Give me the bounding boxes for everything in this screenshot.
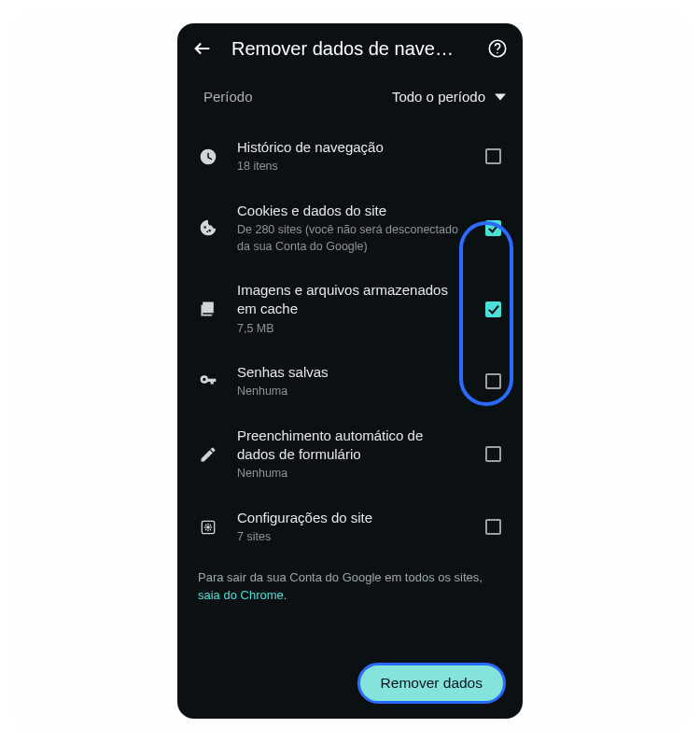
options-list: Histórico de navegação 18 itens Cookies …	[177, 116, 523, 559]
row-cookies[interactable]: Cookies e dados do site De 280 sites (vo…	[194, 189, 506, 268]
footer-link[interactable]: saia do Chrome.	[198, 588, 287, 602]
row-autofill[interactable]: Preenchimento automático de dados de for…	[194, 413, 506, 496]
chevron-down-icon	[495, 91, 506, 103]
checkbox-checked	[485, 220, 501, 236]
card: Remover dados de nave… Período Todo o pe…	[9, 9, 691, 733]
row-title: Preenchimento automático de dados de for…	[237, 427, 465, 465]
row-text: Senhas salvas Nenhuma	[237, 363, 465, 400]
row-subtitle: 18 itens	[237, 159, 465, 175]
row-history[interactable]: Histórico de navegação 18 itens	[194, 125, 506, 189]
help-icon	[487, 38, 508, 59]
remove-data-button[interactable]: Remover dados	[357, 663, 506, 704]
row-title: Configurações do site	[237, 509, 465, 527]
row-text: Configurações do site 7 sites	[237, 509, 465, 546]
app-bar: Remover dados de nave…	[177, 23, 523, 70]
period-value-text: Todo o período	[392, 89, 485, 105]
checkbox	[485, 519, 501, 535]
cookie-icon	[194, 218, 222, 237]
period-label: Período	[203, 89, 253, 105]
help-button[interactable]	[485, 36, 510, 61]
row-subtitle: Nenhuma	[237, 466, 465, 483]
row-checkbox-wrap[interactable]	[480, 148, 506, 164]
row-checkbox-wrap[interactable]	[480, 301, 506, 317]
row-title: Senhas salvas	[237, 363, 465, 382]
row-subtitle: Nenhuma	[237, 384, 465, 400]
row-text: Imagens e arquivos armazenados em cache …	[237, 281, 465, 337]
period-value: Todo o período	[392, 89, 506, 105]
image-icon	[194, 300, 222, 318]
row-checkbox-wrap[interactable]	[480, 373, 506, 389]
checkbox	[485, 148, 501, 164]
row-text: Histórico de navegação 18 itens	[237, 138, 465, 175]
row-text: Cookies e dados do site De 280 sites (vo…	[237, 202, 465, 255]
phone-frame: Remover dados de nave… Período Todo o pe…	[177, 23, 523, 719]
key-icon	[194, 372, 222, 391]
checkbox	[485, 446, 501, 462]
svg-point-3	[206, 525, 210, 529]
clock-icon	[194, 147, 222, 166]
row-site-settings[interactable]: Configurações do site 7 sites	[194, 496, 506, 559]
row-passwords[interactable]: Senhas salvas Nenhuma	[194, 350, 506, 413]
row-checkbox-wrap[interactable]	[480, 220, 506, 236]
back-icon	[192, 38, 213, 59]
footer-note: Para sair da sua Conta do Google em todo…	[177, 559, 523, 605]
checkbox	[485, 373, 501, 389]
back-button[interactable]	[190, 36, 215, 61]
gear-box-icon	[194, 518, 222, 537]
period-selector[interactable]: Período Todo o período	[177, 70, 523, 116]
pencil-icon	[194, 445, 222, 464]
row-subtitle: 7,5 MB	[237, 321, 465, 338]
row-checkbox-wrap[interactable]	[480, 446, 506, 462]
page-title: Remover dados de nave…	[231, 38, 469, 60]
checkbox-checked	[485, 301, 501, 317]
svg-point-1	[497, 52, 498, 54]
row-title: Cookies e dados do site	[237, 202, 465, 220]
row-title: Histórico de navegação	[237, 138, 465, 157]
row-checkbox-wrap[interactable]	[480, 519, 506, 535]
row-cache[interactable]: Imagens e arquivos armazenados em cache …	[194, 268, 506, 350]
row-subtitle: De 280 sites (você não será desconectado…	[237, 222, 465, 255]
row-title: Imagens e arquivos armazenados em cache	[237, 281, 465, 319]
row-subtitle: 7 sites	[237, 529, 465, 546]
footer-text: Para sair da sua Conta do Google em todo…	[198, 570, 483, 584]
row-text: Preenchimento automático de dados de for…	[237, 427, 465, 483]
